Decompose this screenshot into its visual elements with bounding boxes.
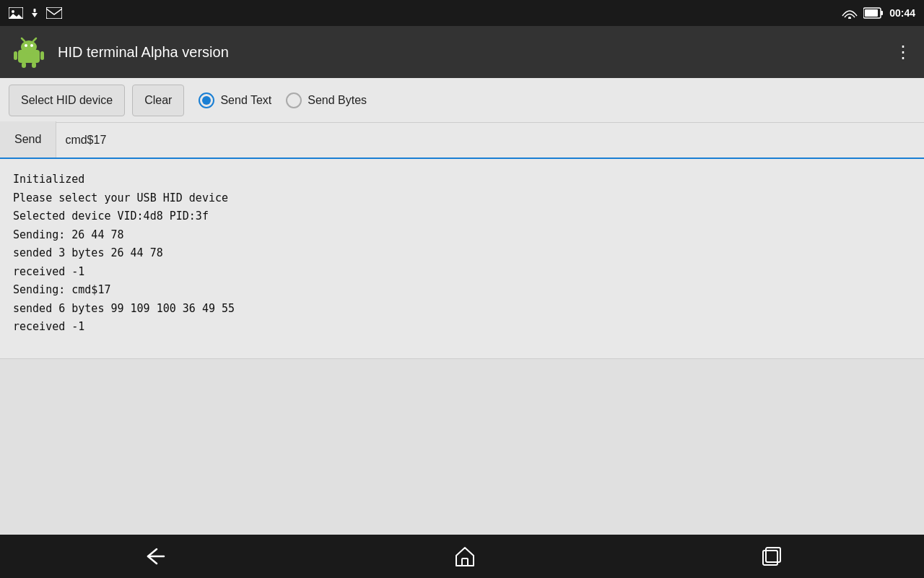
wifi-dropdown-icon	[29, 7, 40, 19]
svg-rect-8	[881, 11, 883, 15]
send-input[interactable]	[56, 123, 924, 158]
svg-point-12	[30, 44, 33, 47]
svg-line-14	[33, 38, 36, 41]
app-bar: HID terminal Alpha version ⋮	[0, 26, 924, 78]
svg-rect-15	[14, 51, 17, 60]
app-title: HID terminal Alpha version	[58, 44, 229, 61]
svg-line-13	[22, 38, 25, 41]
svg-rect-19	[462, 558, 468, 566]
send-text-label: Send Text	[220, 94, 271, 107]
android-logo	[12, 35, 46, 69]
console-line: sended 6 bytes 99 109 100 36 49 55	[13, 300, 911, 319]
gmail-icon	[46, 7, 62, 19]
mode-radio-group: Send Text Send Bytes	[199, 92, 367, 108]
svg-rect-3	[34, 9, 36, 12]
console-line: Please select your USB HID device	[13, 189, 911, 208]
svg-rect-16	[40, 51, 44, 60]
clock: 00:44	[889, 7, 915, 19]
svg-rect-4	[46, 7, 62, 19]
overflow-menu-button[interactable]: ⋮	[894, 42, 912, 62]
status-bar: 00:44	[0, 0, 924, 26]
send-text-radio[interactable]: Send Text	[199, 92, 271, 108]
recents-button[interactable]	[762, 546, 782, 566]
svg-rect-18	[32, 62, 36, 68]
svg-point-10	[21, 40, 37, 53]
svg-rect-17	[22, 62, 26, 68]
send-row: Send	[0, 123, 924, 159]
svg-point-1	[12, 10, 14, 13]
console-area: InitializedPlease select your USB HID de…	[0, 159, 924, 359]
send-button[interactable]: Send	[0, 121, 56, 158]
console-line: received -1	[13, 318, 911, 337]
image-icon	[9, 7, 23, 19]
select-hid-device-button[interactable]: Select HID device	[9, 85, 125, 116]
toolbar: Select HID device Clear Send Text Send B…	[0, 78, 924, 123]
spacer	[0, 359, 924, 535]
send-text-radio-circle	[199, 92, 214, 108]
console-line: Initialized	[13, 171, 911, 189]
clear-button[interactable]: Clear	[132, 85, 184, 116]
svg-point-5	[848, 17, 851, 19]
nav-bar	[0, 535, 924, 578]
send-bytes-radio[interactable]: Send Bytes	[286, 92, 367, 108]
console-line: Sending: cmd$17	[13, 281, 911, 300]
back-button[interactable]	[142, 546, 168, 566]
svg-marker-2	[32, 13, 38, 17]
console-line: sended 3 bytes 26 44 78	[13, 244, 911, 263]
send-bytes-radio-circle	[286, 92, 302, 108]
wifi-signal-icon	[842, 7, 858, 19]
console-line: received -1	[13, 263, 911, 282]
status-bar-right: 00:44	[842, 7, 915, 19]
svg-rect-7	[865, 9, 878, 17]
send-bytes-label: Send Bytes	[308, 94, 367, 107]
home-button[interactable]	[453, 545, 476, 567]
svg-point-11	[25, 44, 27, 47]
app-bar-left: HID terminal Alpha version	[12, 35, 229, 69]
status-bar-left	[9, 7, 62, 19]
console-line: Selected device VID:4d8 PID:3f	[13, 207, 911, 226]
battery-icon	[863, 7, 884, 19]
console-line: Sending: 26 44 78	[13, 226, 911, 245]
